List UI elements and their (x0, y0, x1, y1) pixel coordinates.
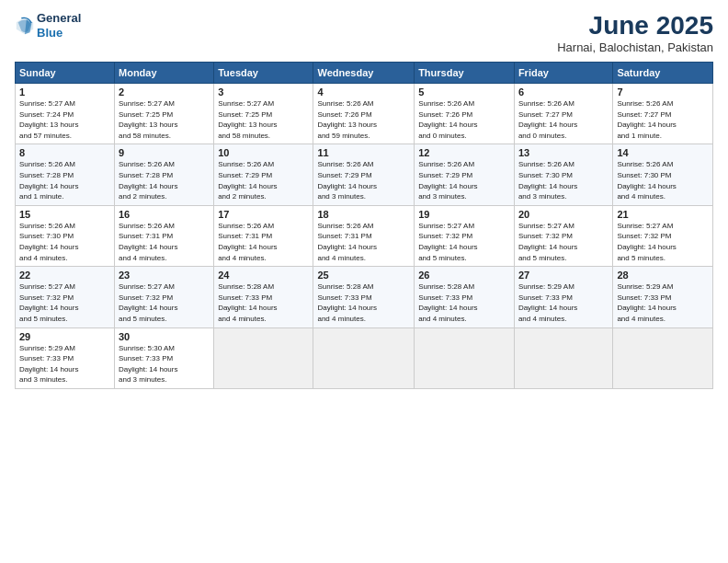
calendar-cell: 26Sunrise: 5:28 AM Sunset: 7:33 PM Dayli… (415, 267, 515, 327)
day-number: 29 (19, 331, 110, 342)
calendar-cell: 4Sunrise: 5:26 AM Sunset: 7:26 PM Daylig… (313, 84, 415, 144)
day-number: 16 (119, 209, 210, 220)
calendar-cell: 17Sunrise: 5:26 AM Sunset: 7:31 PM Dayli… (214, 205, 313, 266)
calendar-header-row: SundayMondayTuesdayWednesdayThursdayFrid… (16, 63, 713, 84)
calendar-cell: 14Sunrise: 5:26 AM Sunset: 7:30 PM Dayli… (613, 144, 713, 205)
calendar-cell: 23Sunrise: 5:27 AM Sunset: 7:32 PM Dayli… (115, 267, 214, 327)
day-info: Sunrise: 5:29 AM Sunset: 7:33 PM Dayligh… (617, 282, 709, 324)
calendar-cell: 21Sunrise: 5:27 AM Sunset: 7:32 PM Dayli… (613, 205, 713, 266)
day-info: Sunrise: 5:29 AM Sunset: 7:33 PM Dayligh… (19, 343, 110, 385)
day-info: Sunrise: 5:27 AM Sunset: 7:32 PM Dayligh… (418, 221, 510, 263)
location-subtitle: Harnai, Balochistan, Pakistan (557, 40, 713, 54)
month-title: June 2025 (557, 11, 713, 40)
calendar-cell: 18Sunrise: 5:26 AM Sunset: 7:31 PM Dayli… (313, 205, 415, 266)
day-header-thursday: Thursday (415, 63, 515, 84)
day-info: Sunrise: 5:26 AM Sunset: 7:27 PM Dayligh… (518, 98, 609, 141)
header: General Blue June 2025 Harnai, Balochist… (15, 11, 713, 54)
day-number: 1 (19, 86, 110, 98)
calendar-cell: 16Sunrise: 5:26 AM Sunset: 7:31 PM Dayli… (115, 205, 214, 266)
calendar-cell: 11Sunrise: 5:26 AM Sunset: 7:29 PM Dayli… (313, 144, 415, 205)
day-number: 12 (418, 147, 510, 158)
calendar-cell: 6Sunrise: 5:26 AM Sunset: 7:27 PM Daylig… (514, 84, 612, 144)
day-number: 3 (218, 86, 309, 98)
day-number: 15 (19, 209, 110, 220)
day-number: 8 (19, 147, 110, 158)
day-info: Sunrise: 5:26 AM Sunset: 7:31 PM Dayligh… (218, 221, 309, 263)
calendar-cell: 5Sunrise: 5:26 AM Sunset: 7:26 PM Daylig… (415, 84, 515, 144)
day-number: 18 (317, 209, 410, 220)
day-number: 9 (119, 147, 210, 158)
calendar-table: SundayMondayTuesdayWednesdayThursdayFrid… (15, 62, 713, 389)
calendar-cell (313, 327, 415, 388)
day-info: Sunrise: 5:27 AM Sunset: 7:24 PM Dayligh… (19, 98, 110, 141)
day-info: Sunrise: 5:29 AM Sunset: 7:33 PM Dayligh… (518, 282, 609, 324)
calendar-cell: 24Sunrise: 5:28 AM Sunset: 7:33 PM Dayli… (214, 267, 313, 327)
day-info: Sunrise: 5:30 AM Sunset: 7:33 PM Dayligh… (119, 343, 210, 385)
logo-text: General Blue (37, 11, 81, 40)
day-info: Sunrise: 5:27 AM Sunset: 7:25 PM Dayligh… (119, 98, 210, 141)
day-number: 6 (518, 86, 609, 98)
calendar-cell (613, 327, 713, 388)
calendar-cell: 3Sunrise: 5:27 AM Sunset: 7:25 PM Daylig… (214, 84, 313, 144)
day-number: 25 (317, 270, 410, 281)
calendar-cell: 22Sunrise: 5:27 AM Sunset: 7:32 PM Dayli… (16, 267, 115, 327)
calendar-cell: 8Sunrise: 5:26 AM Sunset: 7:28 PM Daylig… (16, 144, 115, 205)
day-info: Sunrise: 5:27 AM Sunset: 7:32 PM Dayligh… (19, 282, 110, 324)
day-info: Sunrise: 5:26 AM Sunset: 7:30 PM Dayligh… (617, 159, 709, 201)
day-info: Sunrise: 5:27 AM Sunset: 7:32 PM Dayligh… (119, 282, 210, 324)
day-number: 14 (617, 147, 709, 158)
day-header-friday: Friday (514, 63, 612, 84)
day-header-saturday: Saturday (613, 63, 713, 84)
day-header-tuesday: Tuesday (214, 63, 313, 84)
day-number: 7 (617, 86, 709, 98)
day-info: Sunrise: 5:26 AM Sunset: 7:26 PM Dayligh… (317, 98, 410, 141)
calendar-cell: 10Sunrise: 5:26 AM Sunset: 7:29 PM Dayli… (214, 144, 313, 205)
day-info: Sunrise: 5:27 AM Sunset: 7:25 PM Dayligh… (218, 98, 309, 141)
calendar-cell: 30Sunrise: 5:30 AM Sunset: 7:33 PM Dayli… (115, 327, 214, 388)
calendar-cell: 20Sunrise: 5:27 AM Sunset: 7:32 PM Dayli… (514, 205, 612, 266)
day-info: Sunrise: 5:26 AM Sunset: 7:30 PM Dayligh… (518, 159, 609, 201)
day-number: 13 (518, 147, 609, 158)
day-header-monday: Monday (115, 63, 214, 84)
calendar-cell: 9Sunrise: 5:26 AM Sunset: 7:28 PM Daylig… (115, 144, 214, 205)
day-info: Sunrise: 5:27 AM Sunset: 7:32 PM Dayligh… (617, 221, 709, 263)
day-info: Sunrise: 5:27 AM Sunset: 7:32 PM Dayligh… (518, 221, 609, 263)
day-number: 30 (119, 331, 210, 342)
calendar-cell: 29Sunrise: 5:29 AM Sunset: 7:33 PM Dayli… (16, 327, 115, 388)
day-number: 2 (119, 86, 210, 98)
day-number: 23 (119, 270, 210, 281)
calendar-cell: 15Sunrise: 5:26 AM Sunset: 7:30 PM Dayli… (16, 205, 115, 266)
day-number: 24 (218, 270, 309, 281)
logo: General Blue (15, 11, 81, 40)
day-info: Sunrise: 5:28 AM Sunset: 7:33 PM Dayligh… (317, 282, 410, 324)
logo-icon (15, 16, 35, 36)
calendar-cell (214, 327, 313, 388)
calendar-cell: 27Sunrise: 5:29 AM Sunset: 7:33 PM Dayli… (514, 267, 612, 327)
day-info: Sunrise: 5:26 AM Sunset: 7:28 PM Dayligh… (119, 159, 210, 201)
day-info: Sunrise: 5:26 AM Sunset: 7:31 PM Dayligh… (317, 221, 410, 263)
calendar-cell: 12Sunrise: 5:26 AM Sunset: 7:29 PM Dayli… (415, 144, 515, 205)
day-number: 19 (418, 209, 510, 220)
day-info: Sunrise: 5:26 AM Sunset: 7:27 PM Dayligh… (617, 98, 709, 141)
day-number: 28 (617, 270, 709, 281)
day-number: 22 (19, 270, 110, 281)
calendar-cell: 19Sunrise: 5:27 AM Sunset: 7:32 PM Dayli… (415, 205, 515, 266)
calendar-cell: 1Sunrise: 5:27 AM Sunset: 7:24 PM Daylig… (16, 84, 115, 144)
calendar-cell: 2Sunrise: 5:27 AM Sunset: 7:25 PM Daylig… (115, 84, 214, 144)
day-info: Sunrise: 5:26 AM Sunset: 7:29 PM Dayligh… (317, 159, 410, 201)
day-info: Sunrise: 5:28 AM Sunset: 7:33 PM Dayligh… (418, 282, 510, 324)
logo-general: General (37, 11, 81, 26)
calendar-cell: 28Sunrise: 5:29 AM Sunset: 7:33 PM Dayli… (613, 267, 713, 327)
calendar-cell (415, 327, 515, 388)
day-header-sunday: Sunday (16, 63, 115, 84)
day-info: Sunrise: 5:28 AM Sunset: 7:33 PM Dayligh… (218, 282, 309, 324)
day-info: Sunrise: 5:26 AM Sunset: 7:29 PM Dayligh… (418, 159, 510, 201)
day-number: 21 (617, 209, 709, 220)
day-info: Sunrise: 5:26 AM Sunset: 7:28 PM Dayligh… (19, 159, 110, 201)
day-header-wednesday: Wednesday (313, 63, 415, 84)
day-info: Sunrise: 5:26 AM Sunset: 7:26 PM Dayligh… (418, 98, 510, 141)
day-info: Sunrise: 5:26 AM Sunset: 7:31 PM Dayligh… (119, 221, 210, 263)
page: General Blue June 2025 Harnai, Balochist… (0, 0, 728, 563)
calendar-cell: 7Sunrise: 5:26 AM Sunset: 7:27 PM Daylig… (613, 84, 713, 144)
day-info: Sunrise: 5:26 AM Sunset: 7:29 PM Dayligh… (218, 159, 309, 201)
